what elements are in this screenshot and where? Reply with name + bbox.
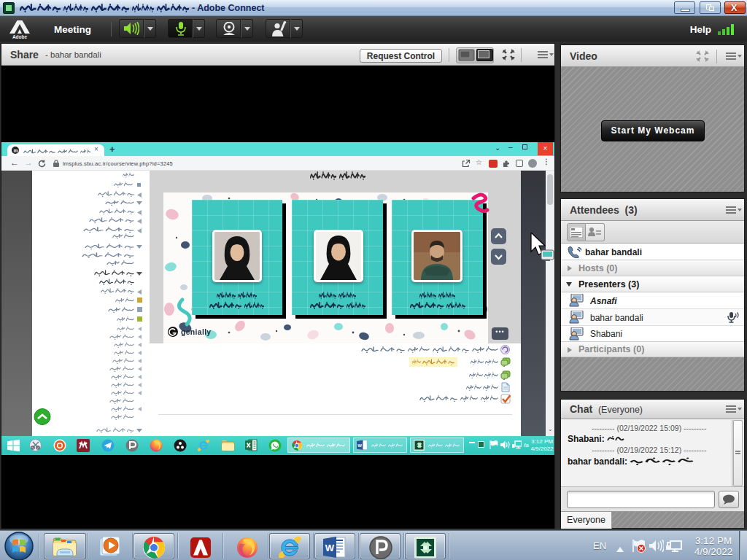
svg-text:Adobe: Adobe (12, 34, 28, 39)
svg-text:W: W (357, 443, 362, 448)
svg-text:W: W (325, 542, 335, 553)
